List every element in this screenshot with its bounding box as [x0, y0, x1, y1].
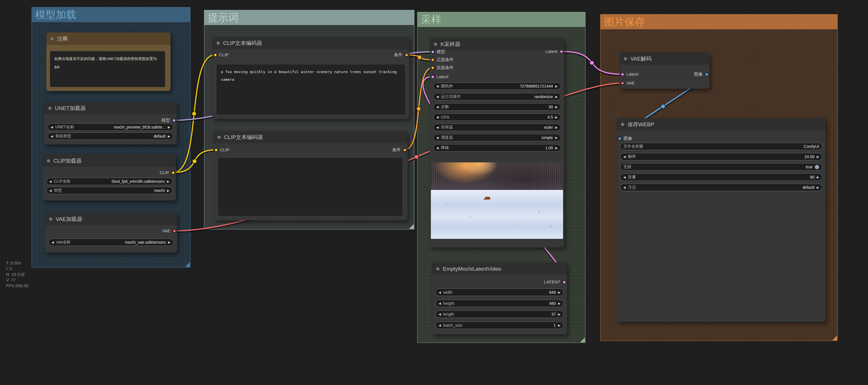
- widget-increment-arrow[interactable]: ▶: [168, 123, 170, 131]
- group-resize-handle[interactable]: [832, 335, 837, 340]
- widget-decrement-arrow[interactable]: ◀: [438, 289, 441, 296]
- sampler-widget[interactable]: ◀采样器euler▶: [433, 124, 561, 131]
- input-port-latent[interactable]: [431, 75, 435, 79]
- group-header-image-save[interactable]: 图片保存: [600, 14, 837, 29]
- output-port-conditioning[interactable]: [403, 148, 407, 152]
- method-widget[interactable]: ◀方法default▶: [620, 184, 822, 191]
- node-unet-loader[interactable]: UNET加载器模型◀UNET名称mochi_preview_bf16.safet…: [44, 102, 177, 144]
- widget-decrement-arrow[interactable]: ◀: [438, 322, 441, 329]
- positive-prompt-textarea[interactable]: a fox moving quickly in a beautiful wint…: [217, 64, 405, 115]
- filename-prefix-widget[interactable]: 文件名前缀ComfyUI: [620, 143, 822, 150]
- weight-dtype-widget[interactable]: ◀剪枝类型default▶: [48, 132, 174, 140]
- group-resize-handle[interactable]: [409, 224, 414, 229]
- group-header-sampling[interactable]: 采样: [417, 12, 585, 27]
- output-port-vae[interactable]: [173, 229, 176, 233]
- quality-widget[interactable]: ◀质量80▶: [620, 173, 822, 181]
- widget-increment-arrow[interactable]: ▶: [168, 132, 170, 140]
- node-ksampler[interactable]: K采样器模型正面条件负面条件LatentLatent◀随机种7276866517…: [430, 38, 564, 247]
- length-widget[interactable]: ◀length37▶: [435, 310, 564, 318]
- widget-increment-arrow[interactable]: ▶: [167, 178, 169, 185]
- input-port-image[interactable]: [618, 137, 622, 141]
- widget-decrement-arrow[interactable]: ◀: [436, 124, 438, 131]
- clip-type-widget[interactable]: ◀类型mochi▶: [46, 187, 173, 194]
- input-port-negative[interactable]: [431, 66, 435, 70]
- widget-increment-arrow[interactable]: ▶: [555, 144, 558, 152]
- widget-increment-arrow[interactable]: ▶: [555, 124, 558, 131]
- widget-decrement-arrow[interactable]: ◀: [436, 83, 438, 90]
- output-port-latent[interactable]: [560, 50, 563, 54]
- widget-decrement-arrow[interactable]: ◀: [436, 114, 438, 121]
- widget-increment-arrow[interactable]: ▶: [558, 310, 560, 318]
- widget-increment-arrow[interactable]: ▶: [168, 239, 170, 246]
- widget-decrement-arrow[interactable]: ◀: [623, 173, 626, 181]
- unet-name-widget[interactable]: ◀UNET名称mochi_preview_bf16.safete...▶: [48, 123, 174, 131]
- input-port-clip[interactable]: [213, 53, 217, 57]
- batch-size-widget[interactable]: ◀batch_size1▶: [435, 322, 564, 329]
- input-port-clip[interactable]: [214, 148, 218, 152]
- denoise-widget[interactable]: ◀降噪1.00▶: [433, 144, 561, 152]
- preview-image[interactable]: [431, 162, 563, 239]
- widget-increment-arrow[interactable]: ▶: [558, 289, 560, 296]
- output-port-latent[interactable]: [562, 280, 566, 284]
- height-widget[interactable]: ◀height480▶: [435, 300, 564, 307]
- group-header-model-loading[interactable]: 模型加载: [32, 7, 190, 22]
- group-resize-handle[interactable]: [185, 262, 190, 267]
- input-port-positive[interactable]: [431, 58, 435, 62]
- fps-widget[interactable]: ◀帧率24.00▶: [620, 153, 822, 160]
- node-title-bar: EmptyMochiLatentVideo: [432, 262, 567, 275]
- lossless-toggle[interactable]: 无损true: [620, 163, 822, 171]
- note-textarea[interactable]: 如果出现显存不足的问题，请将UNET加载器的剪枝类型设置为 fp8: [50, 51, 165, 87]
- vae-name-widget[interactable]: ◀vae名称mochi_vae.safetensors▶: [48, 239, 174, 246]
- toggle-knob-icon[interactable]: [815, 165, 819, 169]
- widget-increment-arrow[interactable]: ▶: [167, 187, 169, 194]
- control-after-generate-widget[interactable]: ◀运行后操作randomize▶: [433, 93, 561, 100]
- seed-widget[interactable]: ◀随机种727686651721444▶: [433, 83, 561, 90]
- widget-increment-arrow[interactable]: ▶: [817, 173, 819, 181]
- node-save-webp[interactable]: 保存WEBP图像文件名前缀ComfyUI◀帧率24.00▶无损true◀质量80…: [617, 118, 826, 322]
- widget-decrement-arrow[interactable]: ◀: [49, 187, 52, 194]
- widget-increment-arrow[interactable]: ▶: [817, 153, 819, 160]
- output-port-model[interactable]: [172, 119, 176, 122]
- widget-increment-arrow[interactable]: ▶: [555, 83, 558, 90]
- widget-decrement-arrow[interactable]: ◀: [51, 123, 53, 131]
- widget-decrement-arrow[interactable]: ◀: [438, 300, 441, 307]
- node-clip-loader[interactable]: CLIP加载器CLIP◀CLIP名称t5xxl_fp8_e4m3fn.safet…: [43, 154, 176, 201]
- widget-increment-arrow[interactable]: ▶: [558, 322, 560, 329]
- group-header-prompts[interactable]: 提示词: [204, 10, 414, 25]
- output-port-image[interactable]: [705, 72, 709, 76]
- width-widget[interactable]: ◀width848▶: [435, 289, 564, 296]
- node-note[interactable]: 注释如果出现显存不足的问题，请将UNET加载器的剪枝类型设置为 fp8: [46, 32, 170, 91]
- widget-decrement-arrow[interactable]: ◀: [436, 134, 438, 141]
- cfg-widget[interactable]: ◀CFG4.5▶: [433, 114, 561, 121]
- widget-decrement-arrow[interactable]: ◀: [49, 178, 52, 185]
- widget-decrement-arrow[interactable]: ◀: [52, 239, 54, 246]
- widget-increment-arrow[interactable]: ▶: [555, 114, 558, 121]
- widget-increment-arrow[interactable]: ▶: [817, 184, 819, 191]
- node-clip-encode-positive[interactable]: CLIP文本编码器CLIP条件a fox moving quickly in a…: [212, 37, 409, 119]
- clip-name-widget[interactable]: ◀CLIP名称t5xxl_fp8_e4m3fn.safetensors▶: [46, 178, 173, 185]
- widget-decrement-arrow[interactable]: ◀: [623, 153, 626, 160]
- widget-decrement-arrow[interactable]: ◀: [438, 310, 441, 318]
- node-clip-encode-negative[interactable]: CLIP文本编码器CLIP条件: [213, 131, 408, 220]
- steps-widget[interactable]: ◀步数30▶: [433, 103, 561, 111]
- input-port-model[interactable]: [431, 50, 435, 54]
- widget-increment-arrow[interactable]: ▶: [555, 103, 558, 111]
- widget-increment-arrow[interactable]: ▶: [555, 93, 558, 100]
- widget-decrement-arrow[interactable]: ◀: [623, 184, 626, 191]
- widget-decrement-arrow[interactable]: ◀: [436, 93, 438, 100]
- node-empty-mochi-latent-video[interactable]: EmptyMochiLatentVideoLATENT◀width848▶◀he…: [432, 262, 567, 334]
- widget-decrement-arrow[interactable]: ◀: [436, 144, 438, 152]
- widget-increment-arrow[interactable]: ▶: [558, 300, 560, 307]
- node-vae-loader[interactable]: VAE加载器VAE◀vae名称mochi_vae.safetensors▶: [45, 213, 177, 253]
- input-port-latent[interactable]: [621, 72, 624, 76]
- widget-increment-arrow[interactable]: ▶: [555, 134, 558, 141]
- input-port-vae[interactable]: [621, 81, 624, 85]
- widget-decrement-arrow[interactable]: ◀: [51, 132, 53, 140]
- group-resize-handle[interactable]: [580, 337, 585, 342]
- scheduler-widget[interactable]: ◀调度器simple▶: [433, 134, 561, 141]
- output-port-conditioning[interactable]: [405, 53, 408, 57]
- widget-decrement-arrow[interactable]: ◀: [436, 103, 438, 111]
- negative-prompt-textarea[interactable]: [218, 158, 402, 216]
- output-port-clip[interactable]: [172, 171, 175, 175]
- node-vae-decode[interactable]: VAE解码LatentVAE图像: [620, 52, 709, 89]
